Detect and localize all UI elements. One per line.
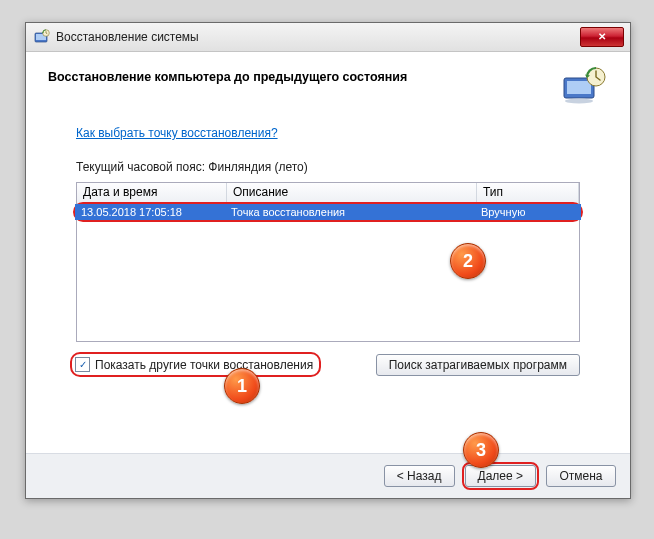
close-icon: ✕ — [598, 32, 606, 42]
timezone-label: Текущий часовой пояс: Финляндия (лето) — [26, 156, 630, 180]
restore-points-grid[interactable]: Дата и время Описание Тип 13.05.2018 17:… — [76, 182, 580, 342]
grid-header: Дата и время Описание Тип — [77, 183, 579, 204]
highlight-1-outline: ✓ Показать другие точки восстановления — [70, 352, 321, 377]
cell-type: Вручную — [475, 206, 581, 218]
svg-rect-4 — [567, 81, 591, 94]
cancel-button[interactable]: Отмена — [546, 465, 616, 487]
annotation-marker-3: 3 — [463, 432, 499, 468]
scan-affected-programs-button[interactable]: Поиск затрагиваемых программ — [376, 354, 580, 376]
next-button[interactable]: Далее > — [465, 465, 537, 487]
system-restore-icon — [34, 29, 50, 45]
svg-point-5 — [565, 99, 593, 104]
annotation-marker-1: 1 — [224, 368, 260, 404]
page-title: Восстановление компьютера до предыдущего… — [48, 66, 550, 84]
column-date-header[interactable]: Дата и время — [77, 183, 227, 203]
window-title: Восстановление системы — [56, 30, 580, 44]
highlight-2-outline: 13.05.2018 17:05:18 Точка восстановления… — [73, 202, 583, 222]
restore-illustration-icon — [560, 66, 608, 106]
back-button[interactable]: < Назад — [384, 465, 455, 487]
table-row[interactable]: 13.05.2018 17:05:18 Точка восстановления… — [75, 204, 581, 220]
column-type-header[interactable]: Тип — [477, 183, 579, 203]
help-link[interactable]: Как выбрать точку восстановления? — [76, 126, 278, 140]
wizard-footer: < Назад Далее > Отмена — [26, 453, 630, 498]
cell-description: Точка восстановления — [225, 206, 475, 218]
annotation-marker-2: 2 — [450, 243, 486, 279]
content-area: Восстановление компьютера до предыдущего… — [26, 52, 630, 498]
close-button[interactable]: ✕ — [580, 27, 624, 47]
show-other-points-checkbox[interactable]: ✓ — [75, 357, 90, 372]
system-restore-window: Восстановление системы ✕ Восстановление … — [25, 22, 631, 499]
column-description-header[interactable]: Описание — [227, 183, 477, 203]
titlebar[interactable]: Восстановление системы ✕ — [26, 23, 630, 52]
cell-date: 13.05.2018 17:05:18 — [75, 206, 225, 218]
show-other-points-label: Показать другие точки восстановления — [95, 358, 313, 372]
